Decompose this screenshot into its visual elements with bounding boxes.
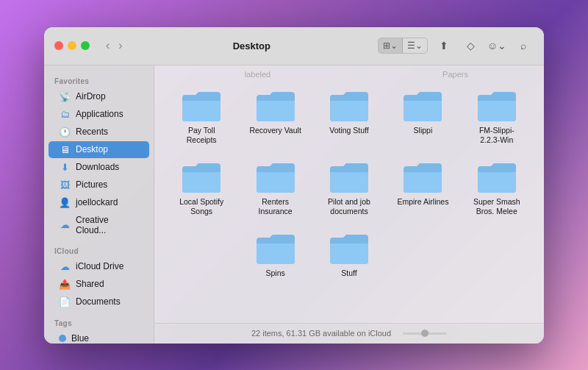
file-name: Local Spotify Songs [175, 197, 228, 217]
sidebar-item-creative-cloud[interactable]: ☁ Creative Cloud... [49, 212, 149, 238]
file-item-stuff[interactable]: Stuff [314, 227, 384, 283]
finder-window: ‹ › Desktop ⊞⌄ ☰⌄ ⬆ ◇ ☺⌄ ⌕ Favorites 📡 A… [44, 27, 544, 344]
file-item-pay-toll[interactable]: Pay Toll Receipts [166, 85, 237, 150]
user-icon: 👤 [59, 197, 71, 208]
tags-label: Tags [44, 315, 154, 330]
folder-icon [476, 160, 517, 194]
slider-thumb [421, 330, 429, 337]
file-name: Pay Toll Receipts [175, 126, 228, 146]
main-area: labeled Papers Pay Toll Receipts [154, 65, 544, 344]
creative-cloud-icon: ☁ [59, 219, 71, 230]
sidebar-item-label: Recents [76, 127, 108, 137]
sidebar-item-label: Desktop [76, 144, 108, 154]
share-icon[interactable]: ⬆ [434, 35, 454, 56]
minimize-button[interactable] [68, 41, 76, 50]
file-name: FM-Slippi-2.2.3-Win [470, 126, 523, 146]
sidebar: Favorites 📡 AirDrop 🗂 Applications 🕐 Rec… [44, 65, 154, 344]
downloads-icon: ⬇ [59, 162, 71, 173]
sidebar-item-airdrop[interactable]: 📡 AirDrop [49, 88, 149, 105]
file-name: Slippi [414, 126, 433, 136]
folder-icon [255, 89, 296, 123]
shared-icon: 📤 [59, 279, 71, 290]
close-button[interactable] [54, 41, 63, 50]
files-grid: Pay Toll Receipts Recovery Vault [166, 85, 532, 283]
sidebar-item-desktop[interactable]: 🖥 Desktop [49, 141, 149, 158]
sidebar-item-shared[interactable]: 📤 Shared [49, 276, 149, 293]
maximize-button[interactable] [81, 41, 90, 50]
sidebar-item-label: AirDrop [76, 91, 106, 102]
tag-icon[interactable]: ◇ [460, 35, 481, 56]
status-bar: 22 items, 61.31 GB available on iCloud [154, 323, 544, 344]
file-name: Stuff [341, 268, 356, 279]
folder-icon [255, 160, 296, 194]
recents-icon: 🕐 [59, 127, 71, 138]
file-name: Renters Insurance [249, 197, 302, 217]
sidebar-item-label: Applications [76, 109, 123, 119]
favorites-label: Favorites [44, 73, 154, 88]
sidebar-item-documents[interactable]: 📄 Documents [49, 293, 149, 310]
file-item-pilot[interactable]: Pilot and job documents [314, 156, 384, 221]
file-name: Voting Stuff [329, 126, 369, 136]
file-name: Pilot and job documents [323, 197, 376, 217]
airdrop-icon: 📡 [59, 91, 71, 102]
status-text: 22 items, 61.31 GB available on iCloud [251, 329, 391, 338]
forward-button[interactable]: › [115, 38, 125, 53]
toolbar-icons: ⊞⌄ ☰⌄ ⬆ ◇ ☺⌄ ⌕ [378, 35, 534, 56]
sidebar-item-icloud-drive[interactable]: ☁ iCloud Drive [49, 258, 149, 275]
icloud-label: iCloud [44, 243, 154, 257]
file-name: Spins [265, 268, 284, 279]
sidebar-item-label: Creative Cloud... [76, 215, 139, 235]
file-item-spins[interactable]: Spins [240, 227, 310, 283]
search-icon[interactable]: ⌕ [513, 35, 534, 56]
file-item-fm-slippi[interactable]: FM-Slippi-2.2.3-Win [462, 85, 532, 150]
nav-buttons: ‹ › [103, 38, 126, 53]
traffic-lights [54, 41, 90, 50]
grid-view-button[interactable]: ⊞⌄ [379, 38, 403, 53]
folder-icon [402, 89, 443, 123]
sidebar-item-label: Downloads [76, 162, 119, 172]
folder-icon [476, 89, 517, 123]
sidebar-item-joellockard[interactable]: 👤 joellockard [49, 194, 149, 211]
file-name: Recovery Vault [249, 126, 301, 136]
view-toggle: ⊞⌄ ☰⌄ [378, 38, 428, 54]
file-item-renters[interactable]: Renters Insurance [240, 156, 310, 221]
slider-track [403, 332, 447, 335]
file-item-smash[interactable]: Super Smash Bros. Melee [462, 156, 532, 221]
folder-icon [181, 160, 222, 194]
file-item-slippi[interactable]: Slippi [387, 85, 458, 150]
section-label-labeled: labeled [166, 70, 334, 79]
sidebar-item-tag-blue[interactable]: Blue [49, 330, 149, 344]
content-area: Favorites 📡 AirDrop 🗂 Applications 🕐 Rec… [44, 65, 544, 344]
sidebar-item-downloads[interactable]: ⬇ Downloads [49, 159, 149, 176]
sidebar-item-pictures[interactable]: 🖼 Pictures [49, 177, 149, 193]
files-area: Pay Toll Receipts Recovery Vault [154, 79, 544, 323]
sidebar-item-label: Shared [76, 279, 104, 289]
applications-icon: 🗂 [59, 109, 71, 120]
file-item-local-spotify[interactable]: Local Spotify Songs [166, 156, 237, 221]
file-item-voting[interactable]: Voting Stuff [314, 85, 384, 150]
sidebar-item-label: Blue [71, 333, 89, 344]
pictures-icon: 🖼 [59, 179, 71, 191]
folder-icon [329, 232, 370, 266]
titlebar: ‹ › Desktop ⊞⌄ ☰⌄ ⬆ ◇ ☺⌄ ⌕ [44, 27, 544, 65]
sidebar-item-label: iCloud Drive [76, 261, 123, 271]
sidebar-item-label: joellockard [76, 197, 118, 207]
folder-icon [329, 89, 370, 123]
file-item-recovery[interactable]: Recovery Vault [240, 85, 310, 150]
sidebar-item-recents[interactable]: 🕐 Recents [49, 124, 149, 140]
file-item-empire[interactable]: Empire Airlines [387, 156, 458, 221]
blue-tag-dot [59, 335, 66, 342]
folder-icon [181, 89, 222, 123]
back-button[interactable]: ‹ [103, 38, 112, 53]
zoom-slider[interactable] [403, 332, 447, 335]
file-name: Empire Airlines [397, 197, 448, 207]
desktop-icon: 🖥 [59, 144, 71, 155]
sidebar-item-label: Pictures [76, 179, 107, 190]
folder-icon [402, 160, 443, 194]
documents-icon: 📄 [59, 296, 71, 307]
sidebar-item-applications[interactable]: 🗂 Applications [49, 106, 149, 123]
list-view-button[interactable]: ☰⌄ [403, 38, 427, 53]
section-label-papers: Papers [334, 70, 532, 79]
emoji-icon[interactable]: ☺⌄ [487, 35, 507, 56]
icloud-drive-icon: ☁ [59, 261, 71, 272]
